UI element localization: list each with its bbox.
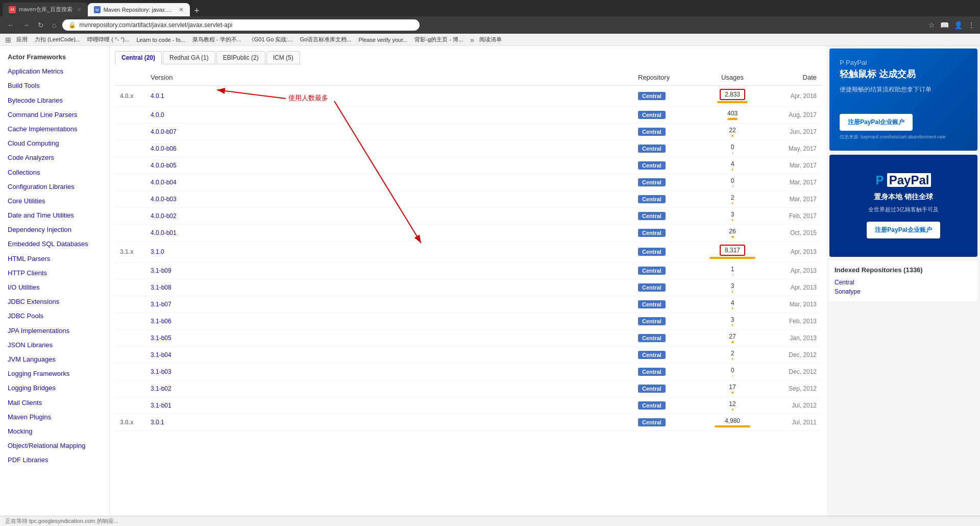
forward-button[interactable]: → <box>20 20 32 30</box>
version-cell[interactable]: 3.1-b05 <box>145 330 633 347</box>
version-link[interactable]: 3.0.1 <box>151 419 164 426</box>
home-button[interactable]: ⌂ <box>50 20 58 30</box>
version-link[interactable]: 3.1-b07 <box>151 301 172 308</box>
sidebar-item-http-clients[interactable]: HTTP Clients <box>0 266 109 280</box>
sidebar-item-jpa-implementations[interactable]: JPA Implementations <box>0 324 109 338</box>
apps-icon[interactable]: ⊞ <box>5 36 11 44</box>
version-cell[interactable]: 4.0.0-b06 <box>145 140 633 157</box>
version-link[interactable]: 3.1-b04 <box>151 351 172 358</box>
sidebar-item-logging-frameworks[interactable]: Logging Frameworks <box>0 367 109 381</box>
version-link[interactable]: 4.0.1 <box>151 92 164 100</box>
more-bookmarks-icon[interactable]: » <box>470 36 474 44</box>
sidebar-item-configuration-libraries[interactable]: Configuration Libraries <box>0 180 109 194</box>
version-cell[interactable]: 4.0.0-b05 <box>145 157 633 174</box>
sidebar-item-embedded-sql[interactable]: Embedded SQL Databases <box>0 237 109 251</box>
tab-ebipublic[interactable]: EBIPublic (2) <box>216 51 265 64</box>
sidebar-item-bytecode-libraries[interactable]: Bytecode Libraries <box>0 93 109 108</box>
ad1-button[interactable]: 注册PayPal企业账户 <box>840 114 913 131</box>
bookmark-golang[interactable]: Go语言标准库文档... <box>298 35 354 44</box>
menu-icon[interactable]: ⋮ <box>968 21 975 29</box>
version-cell[interactable]: 4.0.1 <box>145 86 633 107</box>
tab-icm[interactable]: ICM (5) <box>266 51 300 64</box>
version-cell[interactable]: 3.1-b02 <box>145 380 633 397</box>
sidebar-item-pdf-libraries[interactable]: PDF Libraries <box>0 453 109 467</box>
version-link[interactable]: 4.0.0-b05 <box>151 162 177 169</box>
sidebar-item-html-parsers[interactable]: HTML Parsers <box>0 252 109 266</box>
version-link[interactable]: 4.0.0-b07 <box>151 128 177 135</box>
star-icon[interactable]: ☆ <box>928 21 935 29</box>
sidebar-item-cache-implementations[interactable]: Cache Implementations <box>0 122 109 136</box>
sidebar-item-jvm-languages[interactable]: JVM Languages <box>0 352 109 367</box>
bookmark-github[interactable]: Please verify your... <box>356 36 409 43</box>
tab-maven-repo[interactable]: M Maven Repository: javax.servi... ✕ <box>88 3 190 16</box>
tab-redhat-ga[interactable]: Redhat GA (1) <box>163 51 215 64</box>
version-cell[interactable]: 3.1-b04 <box>145 347 633 364</box>
tab-central[interactable]: Central (20) <box>115 51 162 64</box>
bookmark-bilibili[interactable]: 哔哩哔哩 ( °- °)... <box>85 35 131 44</box>
sidebar-item-mail-clients[interactable]: Mail Clients <box>0 396 109 410</box>
tab-maven-search[interactable]: M maven仓库_百度搜索 ✕ <box>3 3 88 16</box>
sidebar-item-dependency-injection[interactable]: Dependency Injection <box>0 223 109 237</box>
reading-list-icon[interactable]: 📖 <box>940 21 949 29</box>
version-link[interactable]: 4.0.0-b04 <box>151 179 177 186</box>
sidebar-item-mocking[interactable]: Mocking <box>0 424 109 439</box>
version-link[interactable]: 4.0.0-b03 <box>151 196 177 203</box>
sidebar-item-date-time-utilities[interactable]: Date and Time Utilities <box>0 208 109 223</box>
ad2-button[interactable]: 注册PayPal企业账户 <box>867 222 940 238</box>
version-cell[interactable]: 4.0.0-b07 <box>145 124 633 140</box>
version-link[interactable]: 3.1-b03 <box>151 368 172 375</box>
url-box[interactable]: 🔒 mvnrepository.com/artifact/javax.servl… <box>62 19 420 31</box>
version-cell[interactable]: 3.1-b03 <box>145 364 633 380</box>
version-cell[interactable]: 3.1-b01 <box>145 397 633 414</box>
tab-close-1[interactable]: ✕ <box>77 6 82 13</box>
sidebar-item-collections[interactable]: Collections <box>0 165 109 180</box>
sidebar-item-application-metrics[interactable]: Application Metrics <box>0 64 109 79</box>
version-cell[interactable]: 3.1-b07 <box>145 296 633 313</box>
version-cell[interactable]: 3.1-b08 <box>145 279 633 296</box>
version-link[interactable]: 3.1-b08 <box>151 284 172 291</box>
sidebar-item-jdbc-extensions[interactable]: JDBC Extensions <box>0 295 109 309</box>
version-link[interactable]: 3.1-b09 <box>151 267 172 274</box>
bookmark-reader[interactable]: 阅读清单 <box>477 35 504 44</box>
repo-sonatype[interactable]: Sonatype <box>835 287 972 296</box>
version-link[interactable]: 4.0.0-b02 <box>151 212 177 220</box>
sidebar-item-jdbc-pools[interactable]: JDBC Pools <box>0 309 109 323</box>
sidebar-item-json-libraries[interactable]: JSON Libraries <box>0 338 109 352</box>
bookmark-apps[interactable]: 应用 <box>14 35 30 44</box>
sidebar-item-io-utilities[interactable]: I/O Utilities <box>0 280 109 295</box>
bookmark-csdn[interactable]: 背影-g的主页 - 博... <box>412 35 465 44</box>
version-link[interactable]: 3.1.0 <box>151 248 164 255</box>
version-link[interactable]: 3.1-b05 <box>151 334 172 342</box>
version-link[interactable]: 3.1-b02 <box>151 385 172 392</box>
refresh-button[interactable]: ↻ <box>36 20 46 30</box>
bookmark-runoob[interactable]: 菜鸟教程 - 学的不... <box>190 35 243 44</box>
version-link[interactable]: 3.1-b06 <box>151 318 172 325</box>
version-cell[interactable]: 4.0.0 <box>145 107 633 124</box>
version-cell[interactable]: 4.0.0-b03 <box>145 191 633 208</box>
version-cell[interactable]: 3.0.1 <box>145 414 633 431</box>
sidebar-item-logging-bridges[interactable]: Logging Bridges <box>0 381 109 395</box>
version-link[interactable]: 4.0.0 <box>151 111 164 118</box>
version-link[interactable]: 4.0.0-b01 <box>151 229 177 236</box>
version-cell[interactable]: 4.0.0-b02 <box>145 208 633 225</box>
version-cell[interactable]: 4.0.0-b01 <box>145 225 633 242</box>
sidebar-item-orm[interactable]: Object/Relational Mapping <box>0 439 109 453</box>
version-cell[interactable]: 4.0.0-b04 <box>145 174 633 191</box>
sidebar-item-code-analyzers[interactable]: Code Analyzers <box>0 151 109 165</box>
sidebar-item-cloud-computing[interactable]: Cloud Computing <box>0 136 109 151</box>
bookmark-leetcode[interactable]: 力扣 (LeetCode)... <box>33 35 82 44</box>
bookmark-fcc[interactable]: Learn to code - fo... <box>134 36 187 43</box>
sidebar-item-maven-plugins[interactable]: Maven Plugins <box>0 410 109 424</box>
bookmark-go1[interactable]: 《G01 Go 实战:... <box>247 35 295 44</box>
version-cell[interactable]: 3.1-b09 <box>145 262 633 279</box>
version-link[interactable]: 4.0.0-b06 <box>151 145 177 152</box>
sidebar-item-command-line-parsers[interactable]: Command Line Parsers <box>0 108 109 122</box>
version-cell[interactable]: 3.1.0 <box>145 242 633 262</box>
back-button[interactable]: ← <box>5 20 16 30</box>
sidebar-item-build-tools[interactable]: Build Tools <box>0 79 109 93</box>
account-icon[interactable]: 👤 <box>954 21 963 29</box>
repo-central[interactable]: Central <box>835 278 972 287</box>
version-cell[interactable]: 3.1-b06 <box>145 313 633 330</box>
new-tab-button[interactable]: + <box>190 6 204 16</box>
version-link[interactable]: 3.1-b01 <box>151 402 172 409</box>
